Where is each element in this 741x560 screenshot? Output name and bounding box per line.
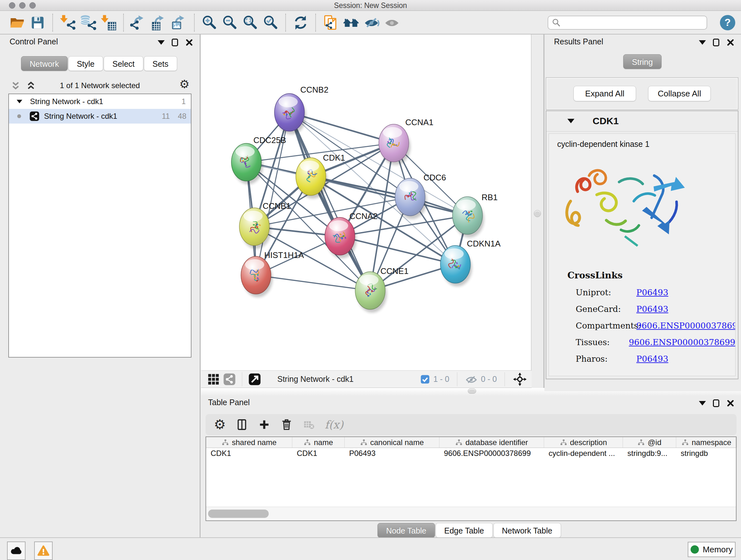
network-edge-HIST1H1A-CCNE1[interactable]	[256, 275, 370, 291]
network-row[interactable]: String Network - cdk1 11 48	[9, 109, 191, 124]
network-node-RB1[interactable]	[453, 197, 484, 238]
network-node-CCNB1[interactable]	[239, 208, 271, 249]
table-options-gear-icon[interactable]: ⚙	[214, 418, 226, 431]
export-image-button[interactable]	[170, 13, 189, 32]
expand-all-button[interactable]: Expand All	[574, 86, 636, 101]
panel-menu-icon[interactable]	[699, 401, 706, 406]
selected-items-icon[interactable]	[420, 374, 430, 384]
add-column-icon[interactable]	[258, 418, 271, 431]
tab-sets[interactable]: Sets	[144, 56, 177, 71]
detach-view-icon[interactable]	[248, 372, 262, 386]
memory-button[interactable]: Memory	[688, 542, 736, 557]
export-network-button[interactable]	[129, 13, 148, 32]
export-table-button[interactable]	[150, 13, 168, 32]
collection-caret-icon[interactable]	[17, 100, 22, 103]
network-node-CCNB2[interactable]	[274, 94, 306, 134]
vertical-splitter[interactable]	[532, 35, 544, 388]
tab-string[interactable]: String	[623, 54, 661, 69]
crosslink-link[interactable]: 9606.ENSP00000378699	[629, 337, 735, 347]
collapse-all-button[interactable]: Collapse All	[648, 86, 711, 101]
search-input[interactable]	[561, 17, 706, 28]
network-canvas[interactable]: CCNB2 CCNA1 CDC25B CDK1 CDC6 RB1 CCNB1 C…	[201, 35, 531, 370]
help-button[interactable]: ?	[720, 15, 735, 30]
crosslink-link[interactable]: 9606.ENSP00000378699	[636, 321, 736, 330]
delete-row-trash-icon[interactable]	[280, 418, 293, 432]
cell-database-identifier[interactable]: 9606.ENSP00000378699	[440, 448, 544, 459]
zoom-selected-button[interactable]	[261, 13, 280, 32]
scrollbar-thumb[interactable]	[208, 509, 269, 518]
network-node-CCNE1[interactable]	[355, 272, 387, 313]
show-all-icon	[384, 14, 400, 31]
import-network-database-button[interactable]	[79, 13, 97, 32]
column-header-canonical-name[interactable]: canonical name	[345, 437, 440, 448]
network-node-CDKN1A[interactable]	[441, 246, 472, 287]
close-panel-icon[interactable]	[185, 38, 193, 47]
import-network-file-button[interactable]	[58, 13, 77, 32]
network-options-gear-icon[interactable]: ⚙	[179, 78, 190, 90]
gene-section-header[interactable]: CDK1	[546, 111, 738, 132]
cell-shared-name[interactable]: CDK1	[206, 448, 292, 459]
network-node-CDC6[interactable]	[395, 178, 427, 219]
network-edge-CCNA2-CDKN1A[interactable]	[340, 236, 455, 264]
zoom-in-button[interactable]	[200, 13, 219, 32]
node-label-CCNA2: CCNA2	[349, 211, 378, 221]
duplicate-network-button[interactable]	[321, 13, 340, 32]
network-view-icon[interactable]	[222, 372, 237, 386]
cell-canonical-name[interactable]: P06493	[345, 448, 440, 459]
hidden-items-eye-icon[interactable]	[465, 373, 478, 386]
section-caret-icon[interactable]	[567, 119, 575, 123]
splitter-grip[interactable]	[534, 210, 541, 217]
search-box[interactable]	[548, 16, 707, 30]
cell-@id[interactable]: stringdb:9...	[623, 448, 676, 459]
network-node-CCNA1[interactable]	[379, 124, 410, 165]
import-table-file-button[interactable]	[99, 13, 118, 32]
network-edge-CCNB2-CCNE1[interactable]	[289, 112, 370, 291]
table-row[interactable]: CDK1CDK1P064939606.ENSP00000378699cyclin…	[206, 448, 736, 459]
zoom-out-button[interactable]	[220, 13, 239, 32]
tab-select[interactable]: Select	[104, 56, 143, 71]
refresh-view-button[interactable]	[291, 13, 310, 32]
network-collection-row[interactable]: String Network - cdk1 1	[9, 94, 191, 109]
crosslink-link[interactable]: P06493	[636, 354, 668, 364]
cell-namespace[interactable]: stringdb	[676, 448, 737, 459]
float-panel-icon[interactable]	[713, 39, 719, 46]
close-panel-icon[interactable]	[726, 38, 735, 47]
tab-style[interactable]: Style	[68, 56, 104, 71]
splitter-grip[interactable]	[468, 388, 476, 394]
cell-description[interactable]: cyclin-dependent ...	[544, 448, 623, 459]
panel-menu-icon[interactable]	[158, 40, 165, 45]
home-button[interactable]	[342, 13, 360, 32]
panel-menu-icon[interactable]	[699, 40, 706, 45]
grid-mode-icon[interactable]	[206, 372, 220, 386]
cell-name[interactable]: CDK1	[292, 448, 345, 459]
column-header-namespace[interactable]: namespace	[676, 437, 737, 448]
network-node-CDC25B[interactable]	[231, 143, 263, 184]
table-horizontal-scrollbar[interactable]	[206, 507, 736, 520]
tab-edge-table[interactable]: Edge Table	[435, 523, 493, 538]
close-panel-icon[interactable]	[726, 399, 735, 408]
show-columns-icon[interactable]	[235, 418, 248, 432]
hide-selected-button[interactable]	[362, 13, 381, 32]
birds-eye-toggle-icon[interactable]	[513, 372, 527, 387]
warnings-button[interactable]	[34, 542, 53, 560]
crosslink-link[interactable]: P06493	[636, 288, 668, 297]
network-node-CCNA2[interactable]	[325, 217, 356, 258]
open-session-button[interactable]	[8, 13, 26, 32]
show-all-button[interactable]	[383, 13, 401, 32]
save-session-button[interactable]	[28, 13, 47, 32]
crosslink-link[interactable]: P06493	[636, 304, 668, 314]
network-node-CDK1[interactable]	[296, 158, 327, 199]
zoom-fit-button[interactable]	[241, 13, 259, 32]
column-header-description[interactable]: description	[544, 437, 623, 448]
tab-node-table[interactable]: Node Table	[378, 523, 435, 538]
cloud-status-button[interactable]	[7, 542, 25, 560]
float-panel-icon[interactable]	[172, 39, 178, 46]
column-header-name[interactable]: name	[292, 437, 345, 448]
tab-network[interactable]: Network	[21, 56, 68, 71]
float-panel-icon[interactable]	[713, 399, 719, 407]
column-header-database-identifier[interactable]: database identifier	[440, 437, 544, 448]
tab-network-table[interactable]: Network Table	[493, 523, 561, 538]
column-header-@id[interactable]: @id	[623, 437, 676, 448]
network-node-HIST1H1A[interactable]	[241, 256, 273, 297]
column-header-shared-name[interactable]: shared name	[206, 437, 292, 448]
